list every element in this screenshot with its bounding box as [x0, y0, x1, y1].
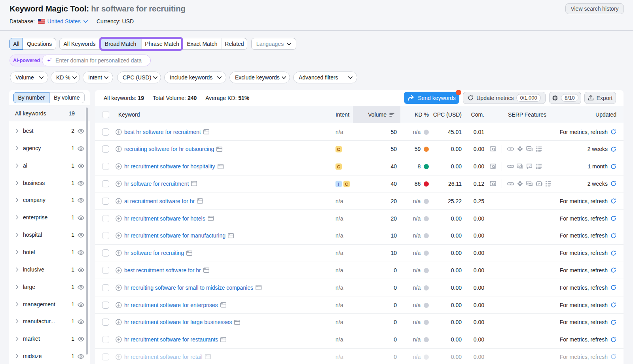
- svg-text:?: ?: [529, 164, 531, 168]
